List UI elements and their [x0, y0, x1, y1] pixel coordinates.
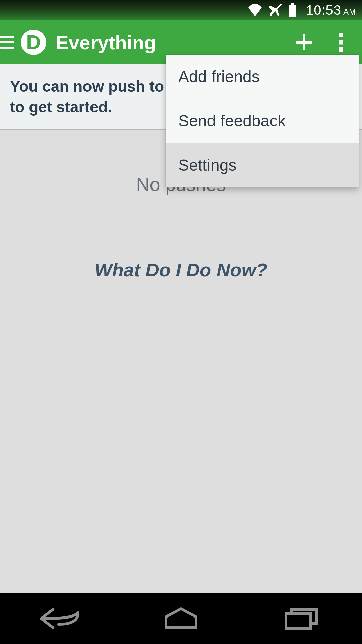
airplane-icon	[268, 3, 282, 17]
status-time-value: 10:53	[306, 3, 341, 18]
app-logo[interactable]: D	[21, 30, 46, 55]
menu-item-settings[interactable]: Settings	[166, 143, 359, 187]
cta-link[interactable]: What Do I Do Now?	[0, 259, 362, 281]
battery-icon	[288, 3, 297, 17]
menu-item-label: Settings	[178, 156, 236, 174]
page-title: Everything	[56, 31, 286, 54]
back-icon	[39, 607, 82, 630]
home-button[interactable]	[154, 603, 208, 634]
svg-rect-6	[339, 47, 343, 52]
status-bar: 10:53 AM	[0, 0, 362, 20]
svg-rect-4	[339, 33, 343, 37]
overflow-menu: Add friends Send feedback Settings	[166, 55, 359, 187]
status-time-ampm: AM	[343, 7, 356, 17]
status-time: 10:53 AM	[306, 3, 356, 18]
svg-rect-1	[289, 5, 296, 17]
svg-rect-5	[339, 40, 343, 45]
plus-icon	[295, 33, 313, 52]
app-logo-letter: D	[26, 32, 41, 52]
status-icons: 10:53 AM	[248, 3, 356, 18]
main-content: No pushes What Do I Do Now?	[0, 173, 362, 644]
nav-bar	[0, 593, 362, 644]
back-button[interactable]	[34, 603, 87, 634]
home-icon	[163, 607, 199, 630]
recents-icon	[283, 607, 320, 630]
svg-rect-7	[286, 613, 311, 628]
recents-button[interactable]	[275, 603, 328, 634]
menu-item-send-feedback[interactable]: Send feedback	[166, 99, 359, 143]
svg-rect-0	[291, 3, 294, 5]
svg-rect-3	[296, 41, 312, 44]
menu-icon[interactable]	[0, 36, 17, 49]
more-vert-icon	[339, 33, 343, 52]
menu-item-label: Send feedback	[178, 112, 286, 130]
menu-item-label: Add friends	[178, 68, 260, 86]
menu-item-add-friends[interactable]: Add friends	[166, 55, 359, 99]
wifi-icon	[248, 4, 262, 16]
